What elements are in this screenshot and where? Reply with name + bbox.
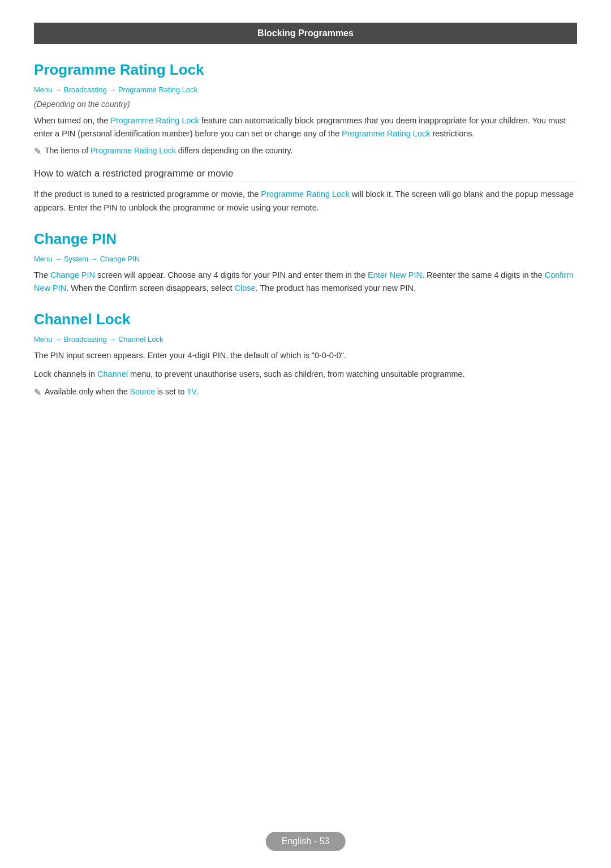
footer-badge: English - 53 bbox=[266, 832, 346, 851]
section3-note-row: ✎ Available only when the Source is set … bbox=[34, 387, 577, 398]
section1-sub-link: Programme Rating Lock bbox=[261, 190, 349, 199]
footer-label: English - 53 bbox=[282, 836, 330, 846]
section1-subsection-title: How to watch a restricted programme or m… bbox=[34, 168, 577, 182]
breadcrumb-arrow1: → bbox=[54, 85, 64, 94]
breadcrumb2-menu: Menu bbox=[34, 255, 53, 263]
section3-link-channel: Channel bbox=[97, 369, 128, 379]
breadcrumb2-arrow2: → bbox=[91, 255, 100, 263]
breadcrumb-programme-rating-lock: Programme Rating Lock bbox=[118, 85, 197, 94]
section1-country-note: (Depending on the country) bbox=[34, 100, 577, 109]
section1-note-link: Programme Rating Lock bbox=[91, 146, 176, 155]
section3-breadcrumb: Menu → Broadcasting → Channel Lock bbox=[34, 335, 577, 343]
section1-note-text: The items of Programme Rating Lock diffe… bbox=[45, 146, 292, 155]
section3-link-tv: TV bbox=[187, 387, 196, 396]
section-programme-rating-lock: Programme Rating Lock Menu → Broadcastin… bbox=[34, 61, 577, 214]
breadcrumb2-change-pin: Change PIN bbox=[100, 255, 140, 263]
section3-body2: Lock channels in Channel menu, to preven… bbox=[34, 368, 577, 381]
page-wrapper: Blocking Programmes Programme Rating Loc… bbox=[0, 0, 611, 459]
section3-body1: The PIN input screen appears. Enter your… bbox=[34, 349, 577, 362]
section1-link-prl2: Programme Rating Lock bbox=[342, 129, 430, 138]
section1-subsection-body: If the product is tuned to a restricted … bbox=[34, 188, 577, 214]
section-channel-lock: Channel Lock Menu → Broadcasting → Chann… bbox=[34, 311, 577, 397]
breadcrumb3-menu: Menu bbox=[34, 335, 53, 343]
breadcrumb-broadcasting: Broadcasting bbox=[64, 85, 107, 94]
section2-link-changepin: Change PIN bbox=[50, 270, 95, 280]
header-bar: Blocking Programmes bbox=[34, 23, 577, 44]
section2-link-close: Close bbox=[235, 283, 256, 293]
breadcrumb2-system: System bbox=[64, 255, 88, 263]
section1-note-row: ✎ The items of Programme Rating Lock dif… bbox=[34, 146, 577, 157]
breadcrumb3-broadcasting: Broadcasting bbox=[64, 335, 107, 343]
note-icon2: ✎ bbox=[34, 387, 41, 398]
section-change-pin: Change PIN Menu → System → Change PIN Th… bbox=[34, 230, 577, 295]
header-title: Blocking Programmes bbox=[257, 28, 354, 38]
breadcrumb3-arrow2: → bbox=[109, 335, 118, 343]
breadcrumb3-channel-lock: Channel Lock bbox=[118, 335, 163, 343]
section2-link-confirmnewpin: Confirm New PIN bbox=[34, 270, 574, 293]
section3-note-text: Available only when the Source is set to… bbox=[45, 387, 198, 396]
breadcrumb3-arrow1: → bbox=[54, 335, 64, 343]
breadcrumb-arrow2: → bbox=[109, 85, 118, 94]
section2-body: The Change PIN screen will appear. Choos… bbox=[34, 269, 577, 295]
section3-link-source: Source bbox=[130, 387, 155, 396]
note-icon1: ✎ bbox=[34, 146, 41, 157]
section2-title: Change PIN bbox=[34, 230, 577, 248]
section1-link-prl1: Programme Rating Lock bbox=[110, 116, 199, 125]
breadcrumb-menu: Menu bbox=[34, 85, 53, 94]
section2-breadcrumb: Menu → System → Change PIN bbox=[34, 255, 577, 263]
breadcrumb2-arrow1: → bbox=[54, 255, 64, 263]
section1-body1: When turned on, the Programme Rating Loc… bbox=[34, 114, 577, 140]
section1-title: Programme Rating Lock bbox=[34, 61, 577, 79]
section1-breadcrumb: Menu → Broadcasting → Programme Rating L… bbox=[34, 85, 577, 94]
section2-link-enternewpin: Enter New PIN bbox=[368, 270, 422, 280]
section3-title: Channel Lock bbox=[34, 311, 577, 328]
